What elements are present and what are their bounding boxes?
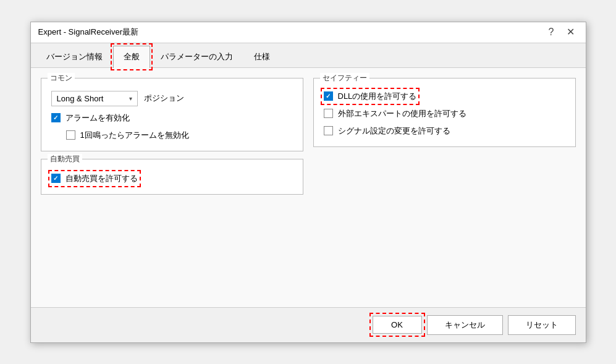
- alarm-once-checkbox[interactable]: [66, 130, 75, 140]
- title-bar: Expert - SignalReceiver最新 ? ✕: [31, 22, 586, 43]
- safety-group-title: セイフティー: [320, 73, 369, 83]
- dialog: Expert - SignalReceiver最新 ? ✕ バージョン情報 全般…: [30, 22, 586, 343]
- cancel-button[interactable]: キャンセル: [427, 315, 503, 335]
- safety-external-row: 外部エキスパートの使用を許可する: [324, 108, 565, 119]
- safety-group: セイフティー DLLの使用を許可する 外部エキスパートの使用を許可する: [313, 78, 576, 147]
- dialog-title: Expert - SignalReceiver最新: [38, 27, 139, 38]
- dll-checkbox[interactable]: [324, 91, 333, 101]
- alarm-enable-label: アラームを有効化: [65, 112, 130, 124]
- content-area: コモン Long & Short ▾ ポジション アラームを有効化 1回鳴ったら…: [31, 68, 586, 307]
- panel-left: コモン Long & Short ▾ ポジション アラームを有効化 1回鳴ったら…: [41, 78, 303, 297]
- tab-spec[interactable]: 仕様: [243, 46, 281, 67]
- panel-right: セイフティー DLLの使用を許可する 外部エキスパートの使用を許可する: [313, 78, 576, 297]
- help-button[interactable]: ?: [545, 26, 558, 38]
- position-row: Long & Short ▾ ポジション: [51, 91, 293, 106]
- close-button[interactable]: ✕: [563, 26, 578, 38]
- dropdown-value: Long & Short: [57, 94, 104, 103]
- ok-button[interactable]: OK: [373, 316, 422, 334]
- autotrade-group-title: 自動売買: [48, 154, 82, 164]
- signal-settings-label: シグナル設定の変更を許可する: [338, 125, 450, 137]
- alarm-once-row: 1回鳴ったらアラームを無効化: [66, 130, 293, 141]
- position-dropdown[interactable]: Long & Short ▾: [51, 91, 138, 106]
- safety-dll-row: DLLの使用を許可する: [324, 91, 565, 102]
- external-expert-checkbox[interactable]: [324, 109, 333, 118]
- alarm-enable-row: アラームを有効化: [51, 112, 293, 124]
- alarm-once-label: 1回鳴ったらアラームを無効化: [80, 130, 189, 141]
- alarm-enable-checkbox[interactable]: [51, 113, 61, 122]
- common-group: コモン Long & Short ▾ ポジション アラームを有効化 1回鳴ったら…: [41, 78, 303, 151]
- common-group-title: コモン: [48, 73, 75, 83]
- autotrade-checkbox[interactable]: [51, 174, 61, 183]
- autotrade-highlight-wrapper: 自動売買を許可する: [51, 173, 138, 184]
- tab-version[interactable]: バージョン情報: [36, 46, 113, 67]
- signal-settings-checkbox[interactable]: [324, 126, 333, 135]
- dropdown-arrow-icon: ▾: [129, 95, 132, 102]
- reset-button[interactable]: リセット: [508, 315, 576, 335]
- footer: OK キャンセル リセット: [31, 307, 586, 342]
- dll-label: DLLの使用を許可する: [338, 91, 417, 102]
- safety-signal-row: シグナル設定の変更を許可する: [324, 125, 565, 137]
- tab-params[interactable]: パラメーターの入力: [150, 46, 243, 67]
- autotrade-checkbox-row: 自動売買を許可する: [51, 173, 293, 184]
- external-expert-label: 外部エキスパートの使用を許可する: [338, 108, 466, 119]
- dll-highlight-wrapper: DLLの使用を許可する: [324, 91, 417, 102]
- autotrade-group: 自動売買 自動売買を許可する: [41, 159, 303, 195]
- autotrade-label: 自動売買を許可する: [65, 173, 138, 184]
- position-label: ポジション: [144, 93, 184, 104]
- title-bar-controls: ? ✕: [545, 26, 578, 38]
- tab-general[interactable]: 全般: [113, 46, 150, 68]
- tab-bar: バージョン情報 全般 パラメーターの入力 仕様: [31, 43, 586, 68]
